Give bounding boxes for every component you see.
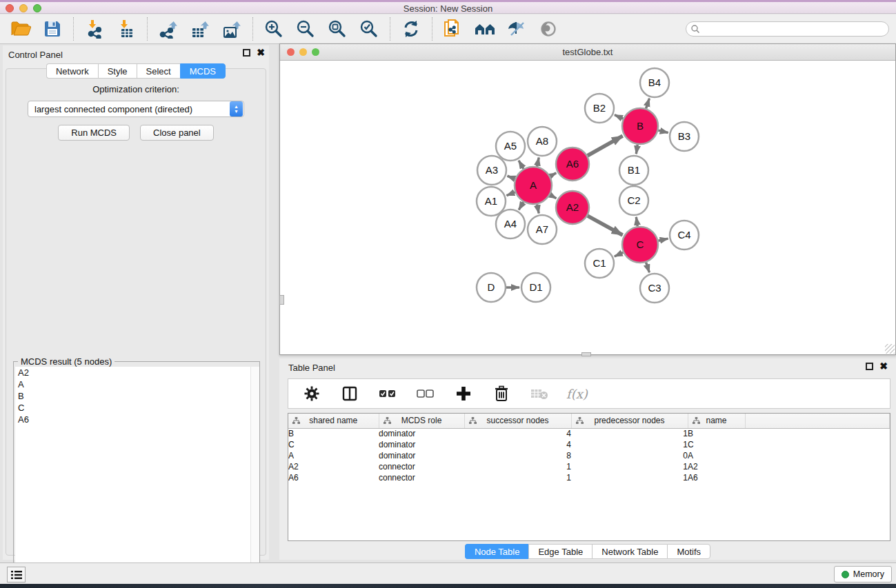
cell-MCDS-role[interactable]: connector — [379, 472, 464, 483]
split-columns-icon[interactable] — [339, 383, 361, 405]
open-file-icon[interactable] — [10, 18, 32, 40]
deselect-all-columns-icon[interactable] — [415, 383, 437, 405]
gear-icon[interactable] — [301, 383, 323, 405]
result-item[interactable]: B — [15, 390, 259, 402]
cell-predecessor-nodes[interactable]: 1 — [571, 439, 688, 450]
window-resize-grip[interactable] — [885, 344, 895, 354]
network-close-button[interactable] — [287, 48, 295, 56]
cell-successor-nodes[interactable]: 1 — [464, 461, 571, 472]
export-network-icon[interactable] — [157, 18, 179, 40]
show-graphics-details-icon[interactable] — [537, 18, 559, 40]
result-item[interactable]: A — [15, 378, 259, 390]
cell-shared-name[interactable]: A6 — [288, 472, 379, 483]
node-A4[interactable]: A4 — [496, 210, 525, 239]
cell-predecessor-nodes[interactable]: 1 — [571, 428, 688, 439]
search-field[interactable] — [686, 21, 889, 37]
hide-annotations-icon[interactable] — [506, 18, 528, 40]
edge-A2-C[interactable] — [588, 216, 623, 235]
left-splitter-handle[interactable] — [279, 295, 284, 305]
tab-edge-table[interactable]: Edge Table — [528, 544, 592, 559]
float-panel-icon[interactable] — [243, 49, 250, 57]
delete-column-icon[interactable] — [490, 383, 512, 405]
network-minimize-button[interactable] — [299, 48, 307, 56]
edge-A-A4[interactable] — [519, 202, 524, 210]
tab-motifs[interactable]: Motifs — [667, 544, 710, 559]
node-table[interactable]: shared nameMCDS rolesuccessor nodesprede… — [288, 413, 890, 541]
column-header-MCDS-role[interactable]: MCDS role — [379, 414, 464, 428]
node-D[interactable]: D — [477, 273, 506, 302]
function-builder-icon[interactable]: f(x) — [566, 387, 588, 401]
zoom-in-icon[interactable] — [263, 18, 285, 40]
cell-shared-name[interactable]: C — [288, 439, 379, 450]
cell-name[interactable]: C — [688, 439, 745, 450]
table-row[interactable]: Adominator80A — [288, 450, 890, 461]
node-A1[interactable]: A1 — [477, 187, 506, 216]
edge-A-A8[interactable] — [537, 158, 539, 167]
export-image-icon[interactable] — [221, 18, 243, 40]
bottom-splitter-handle[interactable] — [581, 352, 591, 356]
cell-predecessor-nodes[interactable]: 1 — [571, 461, 688, 472]
column-header-predecessor-nodes[interactable]: predecessor nodes — [571, 414, 688, 428]
node-C1[interactable]: C1 — [585, 249, 614, 278]
cell-MCDS-role[interactable]: connector — [379, 461, 464, 472]
import-table-icon[interactable] — [115, 18, 137, 40]
run-mcds-button[interactable]: Run MCDS — [58, 125, 130, 141]
edge-A-A1[interactable] — [506, 192, 515, 196]
node-B[interactable]: B — [622, 108, 658, 144]
node-D1[interactable]: D1 — [521, 273, 550, 302]
task-history-button[interactable] — [7, 567, 26, 582]
node-C[interactable]: C — [622, 227, 658, 263]
cell-predecessor-nodes[interactable]: 1 — [571, 472, 688, 483]
duplicate-network-icon[interactable] — [442, 18, 464, 40]
node-A7[interactable]: A7 — [528, 215, 557, 244]
node-A6[interactable]: A6 — [556, 148, 589, 181]
tab-network[interactable]: Network — [46, 63, 98, 79]
tab-select[interactable]: Select — [137, 63, 180, 79]
edge-A6-B[interactable] — [588, 136, 623, 156]
edge-B-B3[interactable] — [658, 130, 668, 132]
table-row[interactable]: A2connector11A2 — [288, 461, 890, 472]
delete-table-icon[interactable] — [528, 383, 550, 405]
cell-MCDS-role[interactable]: dominator — [379, 428, 464, 439]
edge-C-C1[interactable] — [615, 252, 624, 256]
edge-B-B2[interactable] — [615, 115, 623, 119]
tab-style[interactable]: Style — [98, 63, 137, 79]
node-B3[interactable]: B3 — [670, 122, 699, 151]
column-header-shared-name[interactable]: shared name — [288, 414, 379, 428]
node-B2[interactable]: B2 — [585, 94, 614, 123]
edge-B-B1[interactable] — [636, 145, 637, 154]
zoom-fit-icon[interactable] — [326, 18, 348, 40]
network-zoom-button[interactable] — [312, 48, 319, 56]
table-row[interactable]: Bdominator41B — [288, 428, 890, 439]
node-A8[interactable]: A8 — [528, 127, 557, 156]
network-canvas[interactable]: B4B2BB3A5A8A6A3B1AA1C2A2A4A7C4CC1DD1C3 — [280, 61, 895, 354]
close-table-panel-icon[interactable]: ✖ — [879, 363, 888, 370]
save-session-icon[interactable] — [41, 18, 63, 40]
cell-name[interactable]: A6 — [688, 472, 745, 483]
network-window-titlebar[interactable]: testGlobe.txt — [280, 44, 895, 61]
node-C3[interactable]: C3 — [640, 274, 669, 303]
cell-successor-nodes[interactable]: 1 — [464, 472, 571, 483]
zoom-out-icon[interactable] — [295, 18, 317, 40]
node-A2[interactable]: A2 — [556, 191, 589, 224]
main-titlebar[interactable]: Session: New Session — [0, 0, 896, 14]
first-neighbors-icon[interactable] — [474, 18, 496, 40]
apply-layout-icon[interactable] — [400, 18, 422, 40]
edge-A-A6[interactable] — [550, 173, 557, 176]
close-panel-icon[interactable]: ✖ — [257, 49, 265, 57]
cell-successor-nodes[interactable]: 4 — [464, 428, 571, 439]
node-A3[interactable]: A3 — [477, 156, 506, 185]
node-A5[interactable]: A5 — [496, 132, 525, 161]
edge-A-A7[interactable] — [537, 204, 539, 213]
node-A[interactable]: A — [515, 167, 552, 204]
mcds-result-list[interactable]: A2ABCA6 — [15, 367, 259, 588]
table-row[interactable]: A6connector11A6 — [288, 472, 890, 483]
result-item[interactable]: C — [15, 402, 259, 414]
search-input[interactable] — [700, 23, 888, 35]
node-C4[interactable]: C4 — [670, 221, 699, 250]
zoom-selected-icon[interactable] — [358, 18, 380, 40]
tab-node-table[interactable]: Node Table — [465, 544, 529, 559]
tab-mcds[interactable]: MCDS — [180, 63, 226, 79]
cell-MCDS-role[interactable]: dominator — [379, 439, 464, 450]
node-B1[interactable]: B1 — [619, 156, 648, 185]
